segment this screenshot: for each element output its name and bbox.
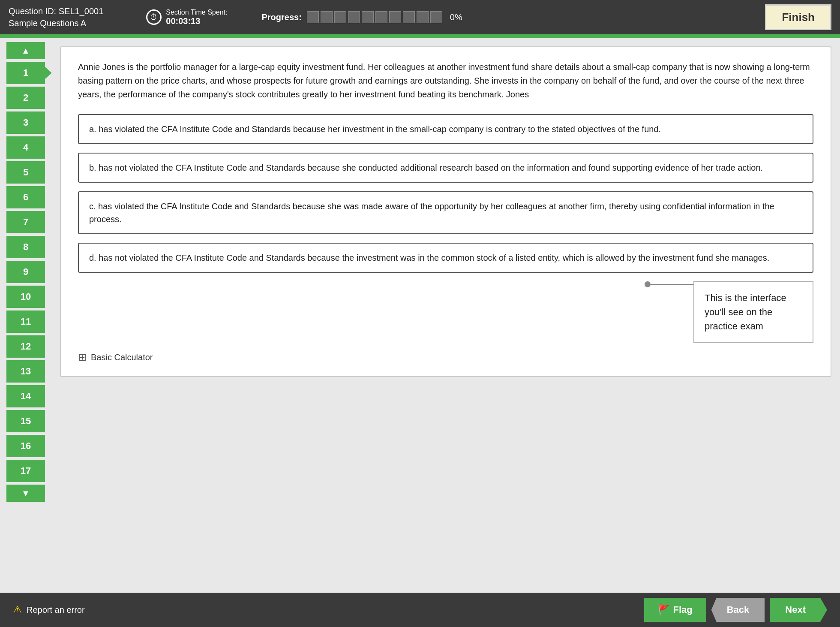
back-button[interactable]: Back [711, 598, 765, 622]
sidebar-item-12[interactable]: 12 [6, 335, 45, 358]
question-info: Question ID: SEL1_0001 Sample Questions … [9, 5, 103, 29]
question-id: Question ID: SEL1_0001 [9, 5, 103, 17]
flag-button[interactable]: 🚩 Flag [644, 598, 706, 622]
footer: ⚠ Report an error 🚩 Flag Back Next [0, 593, 840, 627]
progress-bar-1 [307, 11, 319, 23]
sidebar-item-11[interactable]: 11 [6, 310, 45, 333]
sidebar-item-6[interactable]: 6 [6, 186, 45, 208]
sidebar-item-14[interactable]: 14 [6, 385, 45, 407]
callout-box: This is the interface you'll see on the … [693, 281, 813, 343]
callout-connector [651, 284, 693, 285]
calculator-icon: ⊞ [78, 351, 87, 363]
progress-bar-6 [375, 11, 387, 23]
report-error-button[interactable]: ⚠ Report an error [13, 604, 85, 616]
callout-text: This is the interface you'll see on the … [705, 292, 786, 332]
sidebar-item-4[interactable]: 4 [6, 136, 45, 159]
sidebar-item-7[interactable]: 7 [6, 211, 45, 233]
progress-bar-4 [348, 11, 360, 23]
sidebar-down-button[interactable]: ▼ [6, 485, 45, 502]
question-text: Annie Jones is the portfolio manager for… [78, 60, 813, 101]
answer-option-c[interactable]: c. has violated the CFA Institute Code a… [78, 191, 813, 234]
flag-icon: 🚩 [658, 604, 669, 615]
progress-bar-7 [389, 11, 401, 23]
progress-bars [307, 11, 442, 23]
green-divider [0, 34, 840, 38]
callout-line [78, 281, 693, 287]
error-label: Report an error [27, 605, 85, 615]
progress-bar-10 [430, 11, 442, 23]
timer-section: ⏱ Section Time Spent: 00:03:13 [146, 9, 227, 26]
finish-button[interactable]: Finish [765, 4, 831, 30]
answer-option-d[interactable]: d. has not violated the CFA Institute Co… [78, 243, 813, 273]
header: Question ID: SEL1_0001 Sample Questions … [0, 0, 840, 34]
question-card: Annie Jones is the portfolio manager for… [60, 46, 831, 377]
main-layout: ▲ 1 2 3 4 5 6 7 8 9 10 11 12 13 14 15 16… [0, 38, 840, 593]
sidebar-up-button[interactable]: ▲ [6, 42, 45, 59]
sidebar-item-5[interactable]: 5 [6, 161, 45, 184]
content-area: Annie Jones is the portfolio manager for… [51, 38, 840, 593]
callout-area: This is the interface you'll see on the … [78, 281, 813, 343]
progress-bar-9 [417, 11, 429, 23]
timer-text: Section Time Spent: 00:03:13 [166, 9, 227, 26]
callout-dot [645, 281, 651, 287]
sidebar-item-9[interactable]: 9 [6, 261, 45, 283]
progress-bar-2 [321, 11, 333, 23]
progress-label: Progress: [261, 12, 301, 22]
sidebar: ▲ 1 2 3 4 5 6 7 8 9 10 11 12 13 14 15 16… [0, 38, 51, 593]
sidebar-item-1[interactable]: 1 [6, 62, 45, 84]
footer-actions: 🚩 Flag Back Next [644, 598, 827, 622]
sidebar-item-8[interactable]: 8 [6, 236, 45, 258]
progress-bar-5 [362, 11, 374, 23]
warning-icon: ⚠ [13, 604, 22, 616]
sidebar-item-10[interactable]: 10 [6, 286, 45, 308]
sidebar-item-2[interactable]: 2 [6, 87, 45, 109]
calculator-label: Basic Calculator [91, 353, 153, 362]
progress-bar-8 [403, 11, 415, 23]
timer-label: Section Time Spent: [166, 9, 227, 16]
progress-percent: 0% [450, 12, 462, 22]
sidebar-item-16[interactable]: 16 [6, 435, 45, 457]
sidebar-item-15[interactable]: 15 [6, 410, 45, 432]
sample-name: Sample Questions A [9, 17, 103, 29]
answer-option-b[interactable]: b. has not violated the CFA Institute Co… [78, 153, 813, 183]
sidebar-item-13[interactable]: 13 [6, 360, 45, 383]
next-button[interactable]: Next [770, 598, 827, 622]
timer-value: 00:03:13 [166, 16, 227, 26]
flag-label: Flag [673, 604, 692, 615]
progress-section: Progress: 0% [261, 11, 462, 23]
progress-bar-3 [334, 11, 346, 23]
timer-icon: ⏱ [146, 9, 162, 25]
answer-option-a[interactable]: a. has violated the CFA Institute Code a… [78, 114, 813, 144]
sidebar-item-17[interactable]: 17 [6, 460, 45, 482]
calculator-bar[interactable]: ⊞ Basic Calculator [78, 343, 813, 363]
sidebar-item-3[interactable]: 3 [6, 112, 45, 134]
